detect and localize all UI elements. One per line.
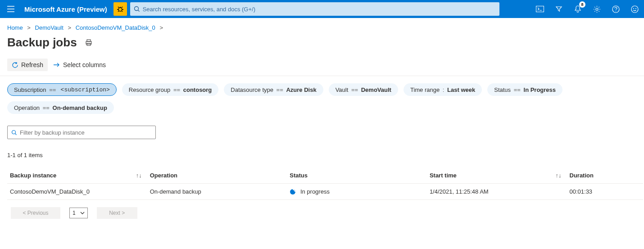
svg-point-5 [615, 10, 616, 11]
top-icons: 8 [531, 0, 644, 18]
filter-operation[interactable]: Operation == On-demand backup [7, 101, 114, 114]
filter-subscription[interactable]: Subscription == <subscription> [7, 83, 117, 96]
previous-button[interactable]: < Previous [11, 207, 60, 219]
breadcrumb: Home > DemoVault > ContosoDemoVM_DataDis… [0, 18, 644, 33]
gear-icon[interactable] [587, 0, 606, 18]
filter-input-wrap[interactable] [7, 126, 156, 139]
brand-title[interactable]: Microsoft Azure (Preview) [22, 5, 113, 13]
title-row: Backup jobs [0, 33, 644, 54]
search-icon [11, 130, 17, 136]
bug-icon[interactable] [113, 2, 127, 16]
chevron-right-icon: > [157, 24, 166, 31]
next-button[interactable]: Next > [97, 207, 137, 219]
filter-time-range[interactable]: Time range : Last week [404, 83, 482, 96]
svg-point-1 [134, 7, 138, 11]
refresh-button[interactable]: Refresh [7, 59, 48, 71]
col-duration[interactable]: Duration [567, 168, 644, 184]
breadcrumb-home[interactable]: Home [7, 24, 23, 31]
col-start-time[interactable]: Start time ↑↓ [427, 168, 567, 184]
svg-point-7 [633, 8, 634, 9]
search-input[interactable] [140, 6, 496, 13]
col-backup-instance[interactable]: Backup instance ↑↓ [7, 168, 147, 184]
filter-icon[interactable] [549, 0, 568, 18]
menu-icon[interactable] [0, 0, 22, 18]
svg-point-0 [118, 8, 122, 11]
cell-status: In progress [287, 184, 427, 200]
jobs-table: Backup instance ↑↓ Operation Status Star… [7, 168, 643, 200]
chevron-down-icon [80, 212, 85, 214]
breadcrumb-vault[interactable]: DemoVault [35, 24, 63, 31]
search-box[interactable] [130, 2, 499, 16]
cell-start: 1/4/2021, 11:25:48 AM [427, 184, 567, 200]
chevron-right-icon: > [65, 24, 74, 31]
search-icon [134, 6, 140, 12]
svg-point-8 [635, 8, 636, 9]
select-columns-button[interactable]: Select columns [49, 59, 110, 71]
cell-operation: On-demand backup [147, 184, 287, 200]
sort-icon: ↑↓ [136, 172, 142, 179]
pagination: < Previous 1 Next > [0, 200, 644, 226]
page-title: Backup jobs [7, 36, 77, 50]
help-icon[interactable] [606, 0, 625, 18]
svg-point-3 [596, 8, 598, 10]
svg-point-12 [12, 130, 16, 134]
filter-chips: Subscription == <subscription> Resource … [0, 76, 644, 117]
refresh-label: Refresh [21, 61, 43, 68]
in-progress-icon [290, 189, 296, 195]
select-columns-label: Select columns [63, 61, 106, 68]
col-operation[interactable]: Operation [147, 168, 287, 184]
top-bar: Microsoft Azure (Preview) 8 [0, 0, 644, 18]
svg-point-6 [631, 6, 638, 13]
filter-status[interactable]: Status == In Progress [487, 83, 562, 96]
page-select[interactable]: 1 [69, 208, 88, 218]
print-icon[interactable] [85, 39, 92, 46]
feedback-icon[interactable] [625, 0, 644, 18]
filter-vault[interactable]: Vault == DemoVault [329, 83, 398, 96]
toolbar: Refresh Select columns [0, 54, 644, 76]
col-status[interactable]: Status [287, 168, 427, 184]
cell-instance: ContosoDemoVM_DataDisk_0 [7, 184, 147, 200]
notification-badge: 8 [579, 1, 585, 8]
filter-resource-group[interactable]: Resource group == contosorg [122, 83, 219, 96]
refresh-icon [12, 62, 18, 68]
cloud-shell-icon[interactable] [531, 0, 549, 18]
arrow-right-icon [53, 63, 60, 67]
breadcrumb-disk[interactable]: ContosoDemoVM_DataDisk_0 [76, 24, 155, 31]
items-count: 1-1 of 1 items [0, 143, 644, 162]
filter-input[interactable] [17, 129, 152, 136]
notifications-icon[interactable]: 8 [568, 0, 587, 18]
chevron-right-icon: > [24, 24, 33, 31]
filter-datasource-type[interactable]: Datasource type == Azure Disk [224, 83, 323, 96]
svg-rect-9 [87, 40, 91, 41]
sort-icon: ↑↓ [556, 172, 562, 179]
table-row[interactable]: ContosoDemoVM_DataDisk_0 On-demand backu… [7, 184, 643, 200]
cell-duration: 00:01:33 [567, 184, 644, 200]
svg-rect-2 [536, 6, 544, 12]
